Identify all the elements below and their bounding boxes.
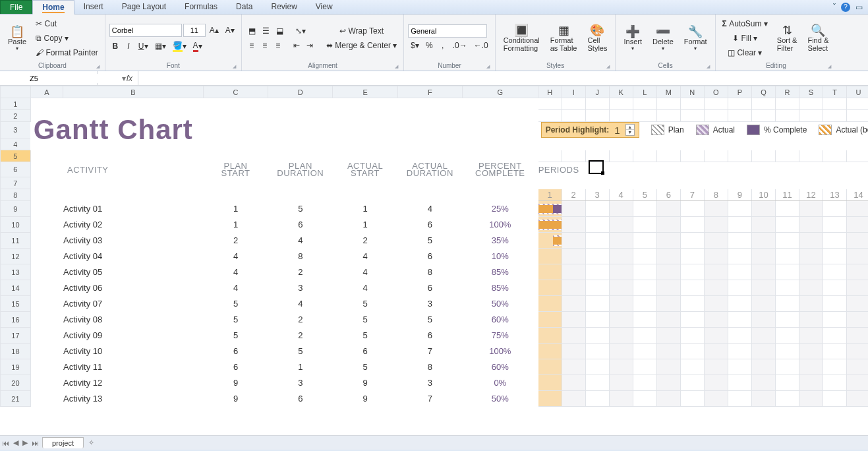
col-header[interactable]: J [585, 86, 609, 98]
grid-cell[interactable] [847, 110, 868, 122]
grid-cell[interactable] [656, 328, 680, 344]
grow-font-button[interactable]: A▴ [207, 24, 221, 37]
grid-cell[interactable] [847, 150, 868, 162]
grid-cell[interactable] [538, 391, 562, 407]
actual-duration[interactable]: 3 [397, 296, 462, 312]
grid-cell[interactable] [823, 344, 847, 359]
tab-page-layout[interactable]: Page Layout [113, 0, 175, 14]
grid-cell[interactable] [538, 328, 562, 344]
grid-cell[interactable] [775, 217, 799, 233]
grid-cell[interactable] [704, 359, 728, 375]
percent-complete[interactable]: 35% [462, 233, 538, 249]
grid-cell[interactable] [775, 344, 799, 359]
grid-cell[interactable] [585, 359, 609, 375]
grid-cell[interactable] [680, 359, 704, 375]
grid-cell[interactable] [847, 233, 868, 249]
col-header[interactable]: P [728, 86, 751, 98]
actual-start[interactable]: 4 [333, 249, 397, 264]
grid-cell[interactable] [562, 201, 585, 217]
find-select-button[interactable]: 🔍Find & Select [803, 23, 832, 53]
grid-cell[interactable] [656, 138, 680, 150]
tab-home[interactable]: Home [32, 0, 74, 15]
grid-cell[interactable] [775, 296, 799, 312]
grid-cell[interactable] [728, 375, 751, 391]
col-header[interactable]: C [203, 86, 268, 98]
grid-cell[interactable] [633, 217, 656, 233]
grid-cell[interactable] [680, 280, 704, 296]
align-bottom-button[interactable]: ⬓ [274, 24, 286, 38]
grid-cell[interactable] [538, 249, 562, 264]
grid-cell[interactable] [847, 344, 868, 359]
merge-center-button[interactable]: ⬌ Merge & Center ▾ [324, 39, 399, 52]
percent-complete[interactable]: 60% [462, 312, 538, 328]
actual-duration[interactable]: 5 [397, 312, 462, 328]
grid-cell[interactable] [704, 328, 728, 344]
grid-cell[interactable] [609, 296, 633, 312]
percent-complete[interactable]: 100% [462, 344, 538, 359]
grid-cell[interactable] [680, 217, 704, 233]
tab-nav-next[interactable]: ▶ [20, 438, 30, 447]
grid-cell[interactable] [656, 233, 680, 249]
grid-cell[interactable] [680, 312, 704, 328]
grid-cell[interactable] [799, 280, 823, 296]
align-right-button[interactable]: ≡ [272, 39, 284, 52]
percent-button[interactable]: % [423, 39, 436, 52]
italic-button[interactable]: I [123, 40, 134, 53]
plan-start[interactable]: 9 [203, 391, 268, 407]
increase-decimal-button[interactable]: .0→ [450, 39, 470, 52]
row-header[interactable]: 7 [1, 177, 31, 189]
grid-cell[interactable] [609, 217, 633, 233]
col-header[interactable]: U [847, 86, 868, 98]
grid-cell[interactable] [562, 98, 585, 110]
grid-cell[interactable] [562, 150, 585, 162]
plan-start[interactable]: 6 [203, 344, 268, 359]
grid-cell[interactable] [680, 328, 704, 344]
period-highlight-control[interactable]: Period Highlight: 1 ▲▼ [541, 122, 639, 138]
grid-cell[interactable] [775, 110, 799, 122]
grid-cell[interactable] [775, 138, 799, 150]
grid-cell[interactable] [728, 359, 751, 375]
percent-complete[interactable]: 85% [462, 280, 538, 296]
grid-cell[interactable] [656, 150, 680, 162]
grid-cell[interactable] [633, 150, 656, 162]
grid-cell[interactable] [728, 296, 751, 312]
activity-name[interactable]: Activity 13 [63, 391, 203, 407]
grid-cell[interactable] [562, 391, 585, 407]
grid-cell[interactable] [823, 312, 847, 328]
activity-name[interactable]: Activity 07 [63, 296, 203, 312]
grid-cell[interactable] [775, 280, 799, 296]
insert-cells-button[interactable]: ➕Insert▾ [620, 24, 646, 53]
grid-cell[interactable] [585, 138, 609, 150]
grid-cell[interactable] [775, 201, 799, 217]
grid-cell[interactable] [823, 328, 847, 344]
plan-duration[interactable]: 2 [268, 328, 333, 344]
grid-cell[interactable] [704, 217, 728, 233]
grid-cell[interactable] [728, 264, 751, 280]
grid-cell[interactable] [847, 98, 868, 110]
new-sheet-button[interactable]: ✧ [86, 438, 96, 447]
grid-cell[interactable] [728, 391, 751, 407]
tab-data[interactable]: Data [227, 0, 262, 14]
tab-nav-last[interactable]: ⏭ [30, 439, 41, 447]
grid-cell[interactable] [609, 233, 633, 249]
grid-cell[interactable] [704, 280, 728, 296]
grid-cell[interactable] [799, 233, 823, 249]
col-header[interactable]: O [704, 86, 728, 98]
row-header[interactable]: 21 [1, 391, 31, 407]
grid-cell[interactable] [751, 201, 775, 217]
grid-cell[interactable] [562, 375, 585, 391]
grid-cell[interactable] [751, 217, 775, 233]
grid-cell[interactable] [656, 296, 680, 312]
percent-complete[interactable]: 0% [462, 375, 538, 391]
actual-duration[interactable]: 6 [397, 249, 462, 264]
grid-cell[interactable] [728, 328, 751, 344]
row-header[interactable]: 1 [1, 98, 31, 110]
grid-cell[interactable] [680, 375, 704, 391]
col-header[interactable]: F [397, 86, 462, 98]
format-as-table-button[interactable]: ▦Format as Table [546, 23, 581, 53]
grid-cell[interactable] [823, 280, 847, 296]
grid-cell[interactable] [728, 201, 751, 217]
grid-cell[interactable] [609, 98, 633, 110]
grid-cell[interactable] [538, 138, 562, 150]
percent-complete[interactable]: 10% [462, 249, 538, 264]
